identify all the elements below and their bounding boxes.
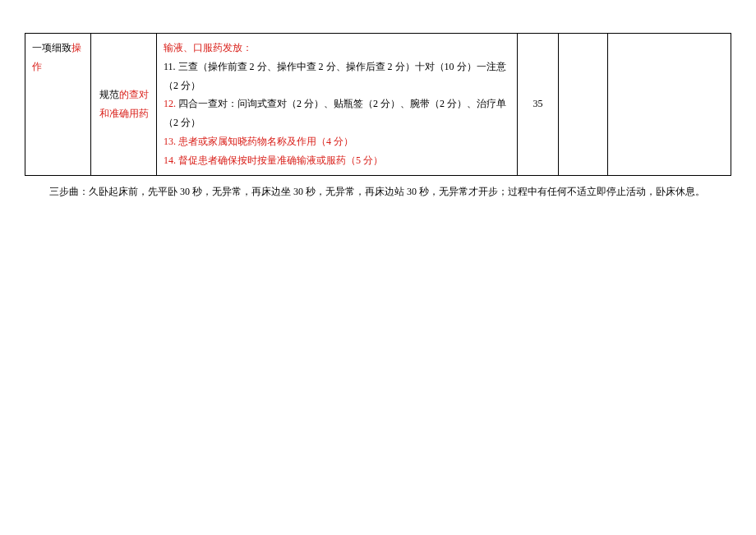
subcat-prefix: 规范 <box>99 89 119 100</box>
cell-category: 一项细致操作 <box>25 34 91 176</box>
footnote-text: 三步曲：久卧起床前，先平卧 30 秒，无异常，再床边坐 30 秒，无异常，再床边… <box>25 184 731 200</box>
scoring-table: 一项细致操作 规范的查对和准确用药 输液、口服药发放： 11. 三查（操作前查 … <box>25 33 731 176</box>
cell-criteria: 输液、口服药发放： 11. 三查（操作前查 2 分、操作中查 2 分、操作后查 … <box>157 34 518 176</box>
cell-subcategory: 规范的查对和准确用药 <box>91 34 157 176</box>
criteria-red-heading: 输液、口服药发放： <box>164 39 510 58</box>
cell-score: 35 <box>518 34 559 176</box>
criteria-line-12: 12. 四合一查对：问询式查对（2 分）、贴瓶签（2 分）、腕带（2 分）、治疗… <box>164 95 510 132</box>
criteria-line-11: 11. 三查（操作前查 2 分、操作中查 2 分、操作后查 2 分）十对（10 … <box>164 58 510 95</box>
criteria-line-14: 14. 督促患者确保按时按量准确输液或服药（5 分） <box>164 151 510 170</box>
criteria-12-num: 12. <box>164 98 176 109</box>
cell-empty-a <box>559 34 608 176</box>
criteria-line-13: 13. 患者或家属知晓药物名称及作用（4 分） <box>164 132 510 151</box>
cell-empty-b <box>608 34 731 176</box>
criteria-12-text: 四合一查对：问询式查对（2 分）、贴瓶签（2 分）、腕带（2 分）、治疗单（2 … <box>164 98 506 128</box>
category-prefix: 一项细致 <box>32 42 71 53</box>
table-row: 一项细致操作 规范的查对和准确用药 输液、口服药发放： 11. 三查（操作前查 … <box>25 34 731 176</box>
